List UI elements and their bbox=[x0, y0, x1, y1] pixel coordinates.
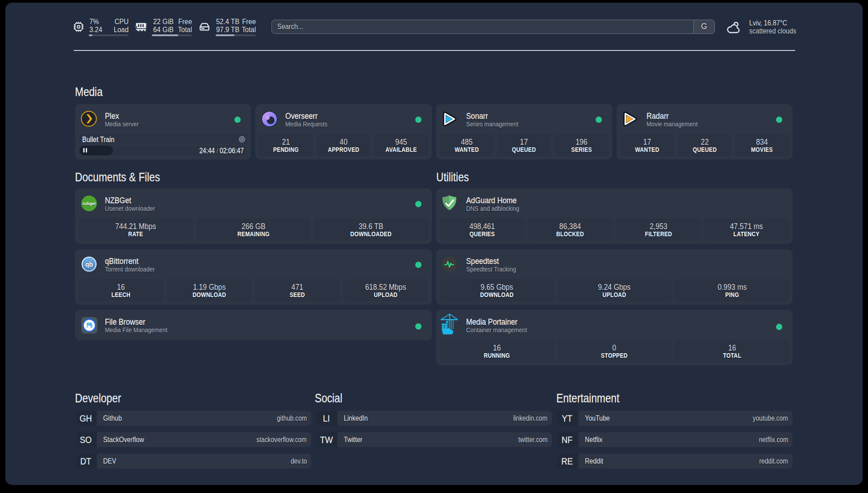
svg-text:nzbget: nzbget bbox=[83, 201, 96, 206]
svg-text:qb: qb bbox=[85, 261, 93, 268]
